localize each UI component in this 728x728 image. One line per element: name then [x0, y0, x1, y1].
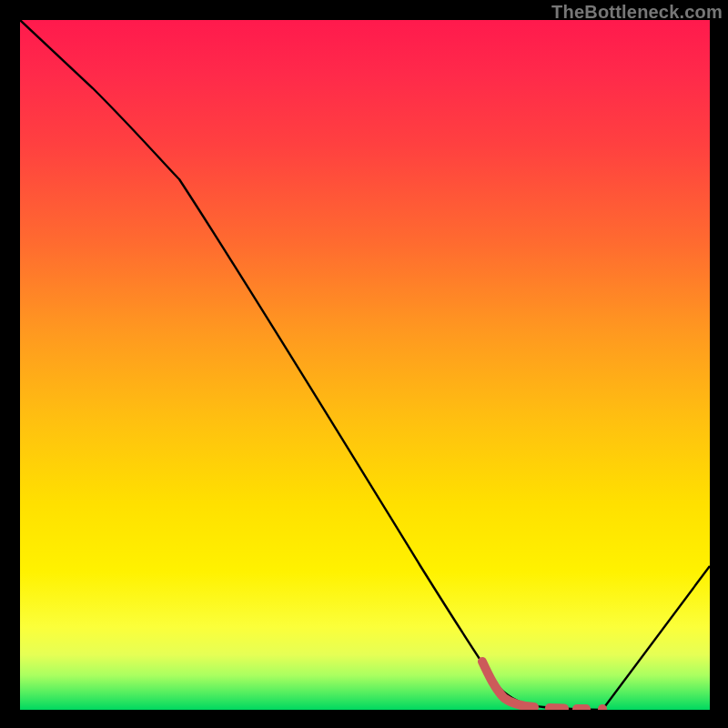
curve-layer: [20, 20, 710, 710]
plot-area: [20, 20, 710, 710]
bottleneck-curve: [20, 20, 710, 710]
optimal-range-dash: [482, 662, 607, 710]
watermark-text: TheBottleneck.com: [551, 2, 723, 23]
chart-frame: TheBottleneck.com: [0, 0, 728, 728]
